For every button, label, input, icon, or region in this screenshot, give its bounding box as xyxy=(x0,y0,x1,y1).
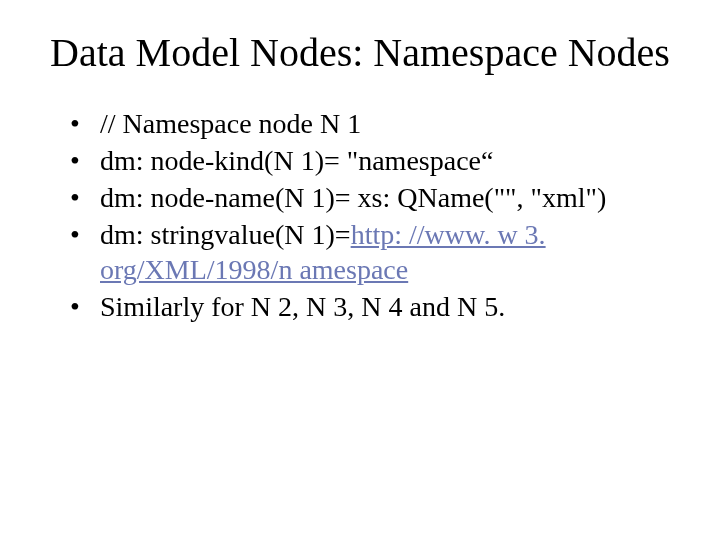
bullet-text: // Namespace node N 1 xyxy=(100,108,361,139)
list-item: dm: node-kind(N 1)= "namespace“ xyxy=(70,143,660,178)
slide-title: Data Model Nodes: Namespace Nodes xyxy=(50,30,670,76)
list-item: dm: stringvalue(N 1)=http: //www. w 3. o… xyxy=(70,217,660,287)
list-item: // Namespace node N 1 xyxy=(70,106,660,141)
slide: Data Model Nodes: Namespace Nodes // Nam… xyxy=(0,0,720,540)
list-item: Similarly for N 2, N 3, N 4 and N 5. xyxy=(70,289,660,324)
bullet-text: Similarly for N 2, N 3, N 4 and N 5. xyxy=(100,291,505,322)
bullet-text: dm: node-name(N 1)= xs: QName("", "xml") xyxy=(100,182,606,213)
bullet-list: // Namespace node N 1 dm: node-kind(N 1)… xyxy=(50,106,670,324)
list-item: dm: node-name(N 1)= xs: QName("", "xml") xyxy=(70,180,660,215)
bullet-text: dm: stringvalue(N 1)= xyxy=(100,219,351,250)
bullet-text: dm: node-kind(N 1)= "namespace“ xyxy=(100,145,493,176)
